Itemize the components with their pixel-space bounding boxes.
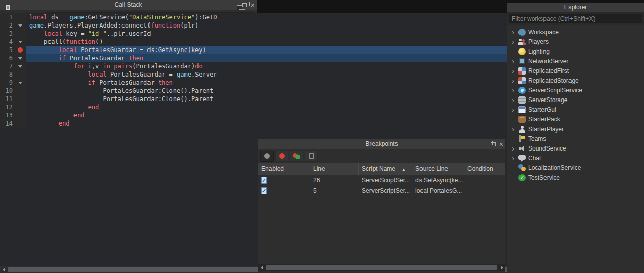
explorer-item-workspace[interactable]: Workspace [507, 27, 644, 37]
gutter-cell[interactable] [15, 30, 26, 38]
code-line[interactable]: 5 local PortalesGuardar = ds:GetAsync(ke… [0, 46, 247, 54]
gutter-cell[interactable] [15, 13, 26, 21]
code-line[interactable]: 4 pcall(function() [0, 38, 247, 46]
fold-collapse-icon[interactable] [18, 41, 22, 43]
line-number[interactable]: 4 [0, 38, 15, 46]
code-token [29, 63, 73, 70]
gutter-cell[interactable] [15, 87, 26, 95]
gutter-cell[interactable] [15, 79, 26, 87]
line-number[interactable]: 12 [0, 103, 15, 111]
fold-collapse-icon[interactable] [18, 65, 22, 68]
expand-chevron-icon[interactable] [510, 145, 516, 152]
explorer-item-soundservice[interactable]: SoundService [507, 143, 644, 153]
line-number[interactable]: 13 [0, 111, 15, 119]
fold-collapse-icon[interactable] [18, 82, 22, 84]
gutter-cell[interactable] [15, 62, 26, 70]
breakpoint-goto-script-button[interactable] [305, 151, 318, 162]
explorer-item-lighting[interactable]: Lighting [507, 46, 644, 56]
explorer-item-networkserver[interactable]: NetworkServer [507, 56, 644, 66]
explorer-item-localizationservice[interactable]: LocalizationService [507, 163, 644, 172]
float-panel-icon[interactable] [242, 3, 247, 7]
expand-chevron-icon[interactable] [510, 78, 516, 84]
column-header[interactable]: Line [310, 163, 359, 175]
code-line[interactable]: 1local ds = game:GetService("DataStoreSe… [0, 13, 247, 21]
gutter-cell[interactable] [15, 119, 26, 128]
breakpoint-enable-disable-button[interactable] [290, 151, 303, 162]
explorer-item-serverscriptservice[interactable]: ServerScriptService [507, 85, 644, 95]
breakpoint-row[interactable]: ✓26ServerScriptSer...ds:SetAsync(ke... [258, 175, 505, 186]
horizontal-scroll-thumb[interactable] [266, 265, 497, 270]
expand-chevron-icon[interactable] [510, 155, 516, 161]
line-number[interactable]: 9 [0, 79, 15, 87]
line-number[interactable]: 2 [0, 21, 15, 30]
enabled-checkbox[interactable]: ✓ [261, 177, 267, 184]
code-line[interactable]: 9 if PortalesGuardar then [0, 79, 247, 87]
explorer-item-starterpack[interactable]: StarterPack [507, 114, 644, 124]
expand-chevron-icon[interactable] [510, 29, 516, 35]
gutter-cell[interactable] [15, 111, 26, 119]
code-line[interactable]: 11 PortalesGuardar:Clone().Parent [0, 95, 247, 103]
scroll-left-icon[interactable] [258, 264, 265, 271]
explorer-item-startergui[interactable]: StarterGui [507, 105, 644, 114]
scroll-right-icon[interactable] [498, 264, 505, 271]
code-line[interactable]: 8 local PortalesGuardar = game.Server [0, 70, 247, 79]
fold-collapse-icon[interactable] [18, 24, 22, 27]
column-header[interactable]: Enabled [258, 163, 310, 175]
code-line[interactable]: 6 if PortalesGuardar then [0, 54, 247, 62]
enabled-checkbox[interactable]: ✓ [261, 187, 267, 194]
gutter-cell[interactable] [15, 46, 26, 54]
fold-collapse-icon[interactable] [18, 57, 22, 60]
expand-chevron-icon[interactable] [510, 107, 516, 113]
column-header[interactable]: Condition [464, 163, 505, 175]
explorer-filter-input[interactable] [509, 14, 642, 23]
explorer-item-serverstorage[interactable]: ServerStorage [507, 95, 644, 105]
gutter-cell[interactable] [15, 70, 26, 79]
explorer-item-replicatedstorage[interactable]: ReplicatedStorage [507, 76, 644, 85]
line-number[interactable]: 6 [0, 54, 15, 62]
line-number[interactable]: 3 [0, 30, 15, 38]
explorer-item-starterplayer[interactable]: StarterPlayer [507, 124, 644, 134]
column-header[interactable]: Script Name▲ [359, 163, 412, 175]
code-editor[interactable]: 1local ds = game:GetService("DataStoreSe… [0, 13, 247, 134]
expand-chevron-icon[interactable] [510, 58, 516, 64]
column-header[interactable]: Source Line [412, 163, 464, 175]
gutter-cell[interactable] [15, 38, 26, 46]
code-line[interactable]: 10 PortalesGuardar:Clone().Parent [0, 87, 247, 95]
code-line[interactable]: 14 end [0, 119, 247, 128]
gutter-cell[interactable] [15, 21, 26, 30]
breakpoints-horizontal-scrollbar[interactable] [258, 264, 505, 271]
code-line[interactable]: 2game.Players.PlayerAdded:connect(functi… [0, 21, 247, 30]
code-line[interactable]: 12 end [0, 103, 247, 111]
line-number[interactable]: 8 [0, 70, 15, 79]
float-panel-icon[interactable] [491, 142, 496, 146]
breakpoint-row[interactable]: ✓5ServerScriptSer...local PortalesG... [258, 186, 505, 196]
gutter-cell[interactable] [15, 103, 26, 111]
line-number[interactable]: 5 [0, 46, 15, 54]
line-number[interactable]: 1 [0, 13, 15, 21]
line-number[interactable]: 10 [0, 87, 15, 95]
line-number[interactable]: 7 [0, 62, 15, 70]
expand-chevron-icon[interactable] [510, 87, 516, 93]
explorer-item-teams[interactable]: Teams [507, 134, 644, 143]
close-panel-icon[interactable]: × [499, 141, 503, 148]
close-panel-icon[interactable]: × [251, 2, 255, 9]
code-line[interactable]: 3 local key = "id_"..plr.userId [0, 30, 247, 38]
code-line[interactable]: 7 for i,v in pairs(PortalesGuardar)do [0, 62, 247, 70]
line-number[interactable]: 11 [0, 95, 15, 103]
float-editor-icon[interactable] [237, 5, 242, 10]
breakpoint-icon[interactable] [18, 47, 23, 53]
explorer-item-players[interactable]: Players [507, 37, 644, 46]
expand-chevron-icon[interactable] [510, 68, 516, 74]
expand-chevron-icon[interactable] [510, 126, 516, 132]
explorer-item-testservice[interactable]: TestService [507, 172, 644, 182]
gutter-cell[interactable] [15, 95, 26, 103]
explorer-item-replicatedfirst[interactable]: ReplicatedFirst [507, 66, 644, 76]
expand-chevron-icon[interactable] [510, 39, 516, 45]
breakpoint-delete-button[interactable] [275, 151, 288, 162]
explorer-item-chat[interactable]: Chat [507, 153, 644, 163]
breakpoint-disabled-button[interactable] [260, 151, 274, 162]
expand-chevron-icon[interactable] [510, 97, 516, 103]
gutter-cell[interactable] [15, 54, 26, 62]
code-line[interactable]: 13 end [0, 111, 247, 119]
line-number[interactable]: 14 [0, 119, 15, 128]
